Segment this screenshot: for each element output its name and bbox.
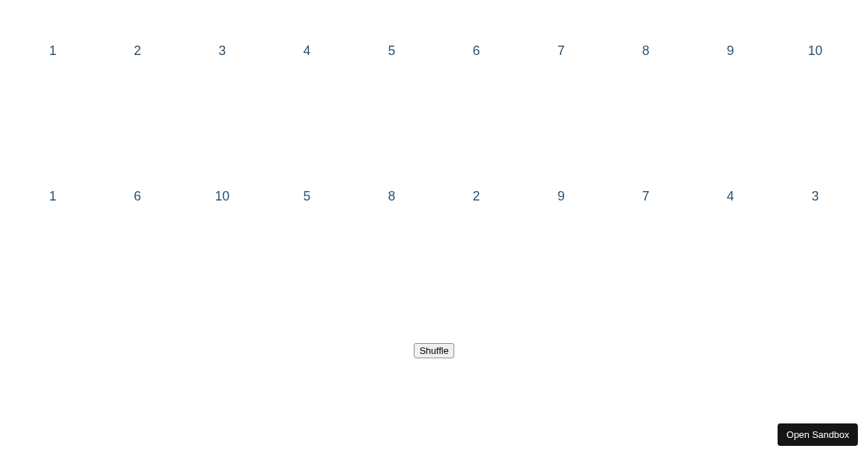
list-item: 5 bbox=[297, 189, 316, 204]
list-item: 10 bbox=[806, 43, 825, 59]
list-item: 5 bbox=[382, 43, 401, 59]
list-item: 3 bbox=[806, 189, 825, 204]
list-item: 2 bbox=[467, 189, 486, 204]
number-row-shuffled: 1 6 10 5 8 2 9 7 4 3 bbox=[0, 189, 868, 204]
list-item: 1 bbox=[43, 189, 62, 204]
number-row-ordered: 1 2 3 4 5 6 7 8 9 10 bbox=[0, 43, 868, 59]
open-sandbox-button[interactable]: Open Sandbox bbox=[778, 423, 858, 446]
list-item: 8 bbox=[382, 189, 401, 204]
list-item: 10 bbox=[213, 189, 231, 204]
list-item: 4 bbox=[297, 43, 316, 59]
list-item: 3 bbox=[213, 43, 231, 59]
shuffle-button[interactable]: Shuffle bbox=[414, 343, 454, 358]
list-item: 6 bbox=[467, 43, 486, 59]
list-item: 7 bbox=[637, 189, 655, 204]
list-item: 7 bbox=[552, 43, 571, 59]
list-item: 9 bbox=[721, 43, 740, 59]
button-container: Shuffle bbox=[0, 343, 868, 358]
list-item: 9 bbox=[552, 189, 571, 204]
list-item: 2 bbox=[128, 43, 147, 59]
list-item: 8 bbox=[637, 43, 655, 59]
list-item: 4 bbox=[721, 189, 740, 204]
list-item: 1 bbox=[43, 43, 62, 59]
list-item: 6 bbox=[128, 189, 147, 204]
